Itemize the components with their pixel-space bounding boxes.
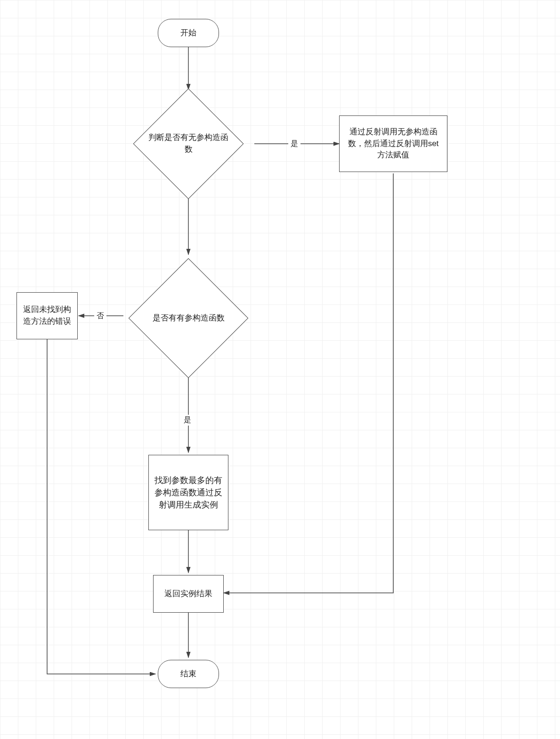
decision2-label: 是否有有参构造函数 xyxy=(153,312,225,324)
decision-noarg-constructor: 判断是否有无参构造函数 xyxy=(137,92,240,196)
flow-edges xyxy=(0,0,560,739)
process-mid-label: 找到参数最多的有参构造函数通过反射调用生成实例 xyxy=(154,474,223,511)
process-reflect-noarg: 通过反射调用无参构造函数，然后通过反射调用set方法赋值 xyxy=(339,115,447,172)
process-right-label: 通过反射调用无参构造函数，然后通过反射调用set方法赋值 xyxy=(344,126,442,161)
result-label: 返回实例结果 xyxy=(164,588,212,600)
edge-yes2-label: 是 xyxy=(181,415,194,426)
start-label: 开始 xyxy=(180,27,196,39)
result-node: 返回实例结果 xyxy=(153,575,224,613)
process-left-label: 返回未找到构造方法的错误 xyxy=(22,304,73,327)
edge-no2-label: 否 xyxy=(94,311,106,321)
decision-paramed-constructor: 是否有有参构造函数 xyxy=(123,257,253,379)
process-error-no-constructor: 返回未找到构造方法的错误 xyxy=(16,292,78,339)
edge-yes1-label: 是 xyxy=(288,139,300,149)
process-reflect-paramed: 找到参数最多的有参构造函数通过反射调用生成实例 xyxy=(148,455,228,530)
end-node: 结束 xyxy=(158,660,219,688)
decision1-label: 判断是否有无参构造函数 xyxy=(146,132,231,155)
start-node: 开始 xyxy=(158,19,219,47)
end-label: 结束 xyxy=(180,668,196,680)
